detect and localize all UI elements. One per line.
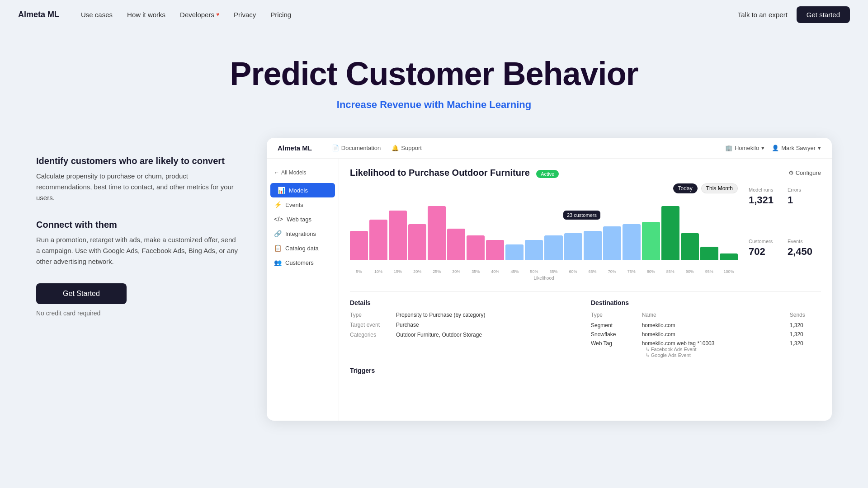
- back-to-models[interactable]: ← All Models: [267, 166, 339, 179]
- feature-convert-desc: Calculate propensity to purchase or chur…: [36, 171, 240, 203]
- chart-x-label: 95%: [700, 269, 718, 274]
- sidebar-item-catalog[interactable]: 📋 Catalog data: [267, 241, 339, 255]
- triggers-title: Triggers: [350, 367, 821, 374]
- web-tags-icon: </>: [274, 216, 283, 223]
- events-icon: ⚡: [274, 201, 282, 208]
- dest-col-header: Sends: [790, 312, 821, 321]
- bar: [623, 224, 641, 260]
- stat-block: Errors1: [788, 183, 821, 230]
- catalog-icon: 📋: [274, 244, 282, 252]
- stat-value: 702: [749, 246, 782, 258]
- configure-button[interactable]: ⚙ Configure: [788, 169, 821, 176]
- stat-label: Errors: [788, 187, 821, 192]
- chart-x-label: 15%: [389, 269, 407, 274]
- bar: [603, 226, 621, 260]
- bar: [564, 233, 582, 260]
- dashboard-user[interactable]: 👤 Mark Sawyer ▾: [772, 145, 821, 151]
- chevron-down-icon-2: ▾: [818, 145, 821, 151]
- nav-pricing[interactable]: Pricing: [270, 11, 291, 19]
- sidebar-item-customers[interactable]: 👥 Customers: [267, 255, 339, 270]
- bar: [350, 231, 368, 260]
- hero-subtitle: Increase Revenue with Machine Learning: [18, 99, 850, 111]
- bar: [525, 240, 543, 260]
- bar: [389, 211, 407, 260]
- dashboard-nav: Almeta ML 📄 Documentation 🔔 Support 🏢 Ho…: [267, 138, 832, 159]
- nav-use-cases[interactable]: Use cases: [81, 11, 113, 19]
- detail-row: TypePropensity to Purchase (by category): [350, 312, 580, 318]
- dashboard-body: ← All Models 📊 Models ⚡ Events </> Web t…: [267, 159, 832, 421]
- gear-icon: ⚙: [788, 169, 794, 176]
- dest-name: homekilo.com: [642, 330, 790, 339]
- today-button[interactable]: Today: [673, 183, 698, 193]
- person-icon: 👤: [772, 145, 779, 151]
- dashboard-logo: Almeta ML: [278, 144, 312, 152]
- dashboard-nav-links: 📄 Documentation 🔔 Support: [332, 145, 714, 151]
- stat-block: Events2,450: [788, 235, 821, 281]
- bar: [661, 206, 679, 260]
- detail-key: Target event: [350, 322, 391, 328]
- sidebar-item-events[interactable]: ⚡ Events: [267, 197, 339, 212]
- destinations-section: Destinations TypeNameSendsSegmenthomekil…: [591, 299, 821, 360]
- chart-x-labels: 5%10%15%20%25%30%35%40%45%50%55%60%65%70…: [350, 269, 738, 274]
- details-section: Details TypePropensity to Purchase (by c…: [350, 299, 580, 360]
- bar: [544, 235, 562, 260]
- stat-block: Model runs1,321: [749, 183, 782, 230]
- detail-value: Purchase: [396, 322, 419, 328]
- bar: [369, 220, 387, 260]
- chart-x-label: 90%: [681, 269, 699, 274]
- dashboard-main: Likelihood to Purchase Outdoor Furniture…: [339, 159, 832, 421]
- sidebar-item-integrations[interactable]: 🔗 Integrations: [267, 226, 339, 241]
- nav-how-it-works[interactable]: How it works: [127, 11, 165, 19]
- dest-row: Snowflakehomekilo.com1,320: [591, 330, 821, 339]
- sidebar-item-models[interactable]: 📊 Models: [270, 183, 335, 197]
- bar: [486, 240, 504, 260]
- left-panel: Identify customers who are likely to con…: [36, 138, 240, 317]
- sidebar-item-web-tags[interactable]: </> Web tags: [267, 212, 339, 226]
- stat-value: 2,450: [788, 246, 821, 258]
- dest-row: Web Taghomekilo.com web tag *10003↳ Face…: [591, 339, 821, 360]
- nav-developers[interactable]: Developers ♥: [180, 11, 219, 19]
- nav-right: Talk to an expert Get started: [738, 6, 850, 23]
- chart-tooltip: 23 customers: [563, 211, 600, 220]
- this-month-button[interactable]: This Month: [701, 183, 738, 193]
- stat-label: Events: [788, 239, 821, 244]
- chart-x-label: 25%: [428, 269, 446, 274]
- hero-heading: Predict Customer Behavior: [18, 56, 850, 92]
- nav-privacy[interactable]: Privacy: [234, 11, 256, 19]
- stat-label: Customers: [749, 239, 782, 244]
- chart-wrapper: Today This Month 23 customers 5%10%15%20…: [350, 183, 738, 281]
- dest-col-header: Type: [591, 312, 642, 321]
- details-destinations-row: Details TypePropensity to Purchase (by c…: [350, 291, 821, 360]
- feature-convert: Identify customers who are likely to con…: [36, 156, 240, 203]
- chart-area: Today This Month 23 customers 5%10%15%20…: [350, 183, 821, 281]
- support-icon: 🔔: [392, 145, 399, 151]
- brand-logo[interactable]: Almeta ML: [18, 10, 59, 19]
- feature-convert-title: Identify customers who are likely to con…: [36, 156, 240, 166]
- detail-value: Outdoor Furniture, Outdoor Storage: [396, 332, 482, 338]
- get-started-button[interactable]: Get started: [797, 6, 850, 23]
- dest-sends: 1,320: [790, 339, 821, 360]
- arrow-left-icon: ←: [274, 169, 279, 176]
- dashboard-nav-documentation[interactable]: 📄 Documentation: [332, 145, 381, 151]
- chart-x-title: Likelihood: [350, 276, 738, 281]
- customers-icon: 👥: [274, 259, 282, 266]
- main-content: Identify customers who are likely to con…: [0, 111, 868, 421]
- stats-panel: Model runs1,321Errors1Customers702Events…: [749, 183, 821, 281]
- chart-x-label: 65%: [584, 269, 602, 274]
- main-get-started-button[interactable]: Get Started: [36, 283, 127, 304]
- feature-connect-desc: Run a promotion, retarget with ads, make…: [36, 235, 240, 267]
- dest-sends: 1,320: [790, 321, 821, 330]
- bar: [467, 235, 485, 260]
- dest-sub: ↳ Facebook Ads Event: [642, 347, 790, 352]
- detail-row: CategoriesOutdoor Furniture, Outdoor Sto…: [350, 332, 580, 338]
- chevron-down-icon: ▾: [761, 145, 764, 151]
- dashboard-homekilo[interactable]: 🏢 Homekilo ▾: [725, 145, 764, 151]
- dashboard-nav-support[interactable]: 🔔 Support: [392, 145, 422, 151]
- talk-to-expert-link[interactable]: Talk to an expert: [738, 11, 788, 19]
- navbar: Almeta ML Use cases How it works Develop…: [0, 0, 868, 29]
- dest-type: Segment: [591, 321, 642, 330]
- chart-x-label: 85%: [661, 269, 679, 274]
- likelihood-bar-chart: 23 customers: [350, 197, 738, 269]
- bar: [681, 233, 699, 260]
- destinations-table: TypeNameSendsSegmenthomekilo.com1,320Sno…: [591, 312, 821, 360]
